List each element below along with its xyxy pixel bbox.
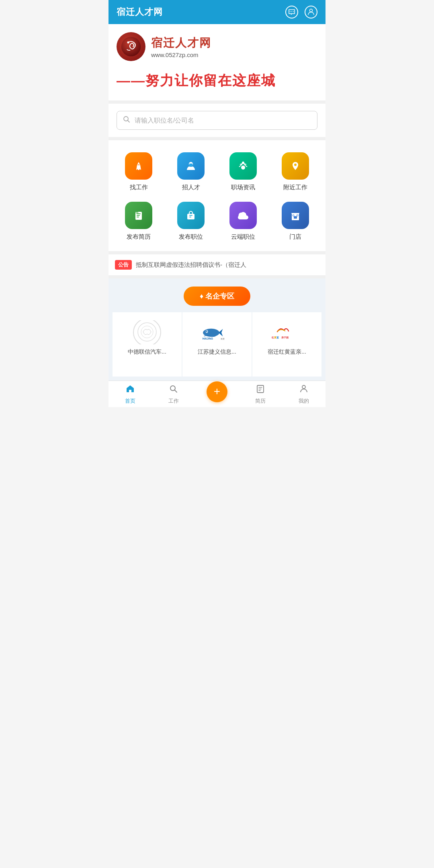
svg-rect-16 xyxy=(137,217,139,217)
svg-point-5 xyxy=(127,41,129,43)
nav-home-label: 首页 xyxy=(125,397,135,405)
post-resume-label: 发布简历 xyxy=(127,233,151,241)
svg-point-27 xyxy=(138,323,156,341)
svg-point-2 xyxy=(293,11,294,12)
svg-point-38 xyxy=(302,385,305,389)
slogan: ——努力让你留在这座城 xyxy=(117,68,317,96)
svg-point-36 xyxy=(170,386,175,391)
logo-name: 宿迁人才网 xyxy=(151,35,211,51)
svg-point-10 xyxy=(241,166,245,170)
search-area xyxy=(108,100,326,137)
svg-point-1 xyxy=(291,11,292,12)
svg-text:HAIJING: HAIJING xyxy=(203,337,213,340)
logo-row: 宿迁人才网 www.0527zp.com xyxy=(117,32,317,61)
find-job-button[interactable]: 找工作 xyxy=(113,148,165,198)
add-button[interactable]: + xyxy=(207,381,227,402)
resume-nav-icon xyxy=(256,384,265,396)
svg-point-12 xyxy=(294,164,297,166)
find-job-label: 找工作 xyxy=(130,184,148,191)
nearby-job-label: 附近工作 xyxy=(283,184,307,191)
logo-circle xyxy=(117,32,145,61)
famous-btn[interactable]: ♦ 名企专区 xyxy=(184,287,250,306)
nav-resume[interactable]: 简历 xyxy=(248,384,272,405)
search-nav-icon xyxy=(169,384,178,396)
cloud-job-button[interactable]: 云端职位 xyxy=(217,198,269,247)
post-resume-icon xyxy=(125,202,152,229)
home-icon xyxy=(125,384,135,396)
company-name-zhongde: 中德联信汽车... xyxy=(128,348,166,356)
company-card-zhongde[interactable]: 中德联信汽车... xyxy=(113,312,182,377)
search-input[interactable] xyxy=(135,117,311,124)
logo-text-block: 宿迁人才网 www.0527zp.com xyxy=(151,35,211,58)
store-label: 门店 xyxy=(289,233,301,241)
search-icon xyxy=(123,115,131,125)
svg-point-29 xyxy=(203,328,219,336)
svg-rect-22 xyxy=(189,217,191,217)
cloud-job-label: 云端职位 xyxy=(231,233,255,241)
svg-text:亲子园: 亲子园 xyxy=(281,336,289,338)
svg-text:海景: 海景 xyxy=(221,338,225,340)
career-news-icon xyxy=(229,152,257,180)
notice-tag: 公告 xyxy=(115,260,132,270)
nav-mine[interactable]: 我的 xyxy=(292,384,316,405)
message-icon[interactable] xyxy=(285,6,298,18)
recruit-icon xyxy=(177,152,205,180)
bottom-nav: 首页 工作 + 简历 我的 xyxy=(108,381,326,407)
company-logo-haijing: HAIJING 海景 xyxy=(201,320,233,344)
recruit-button[interactable]: 招人才 xyxy=(165,148,217,198)
nav-work-label: 工作 xyxy=(168,397,179,405)
company-card-ryb[interactable]: 红黄蓝 亲子园 宿迁红黄蓝亲... xyxy=(252,312,321,377)
notice-bar[interactable]: 公告 抵制互联网虚假违法招聘倡议书-（宿迁人 xyxy=(108,251,326,275)
nearby-job-icon xyxy=(282,152,309,180)
svg-rect-24 xyxy=(294,216,297,219)
notice-text: 抵制互联网虚假违法招聘倡议书-（宿迁人 xyxy=(136,261,246,269)
svg-point-19 xyxy=(137,212,137,213)
cloud-job-icon xyxy=(229,202,257,229)
post-resume-button[interactable]: 发布简历 xyxy=(113,198,165,247)
store-icon xyxy=(282,202,309,229)
nav-add[interactable]: + xyxy=(205,387,229,402)
company-name-ryb: 宿迁红黄蓝亲... xyxy=(268,348,306,356)
svg-point-4 xyxy=(121,37,141,57)
header-icons xyxy=(285,6,317,18)
logo-placeholder xyxy=(133,320,161,344)
nav-resume-label: 简历 xyxy=(255,397,266,405)
company-logo-zhongde xyxy=(131,320,163,344)
nearby-job-button[interactable]: 附近工作 xyxy=(269,148,321,198)
post-job-button[interactable]: 发布职位 xyxy=(165,198,217,247)
svg-point-3 xyxy=(310,9,313,12)
svg-point-25 xyxy=(293,215,294,216)
post-job-label: 发布职位 xyxy=(179,233,203,241)
nav-work[interactable]: 工作 xyxy=(162,384,186,405)
svg-rect-7 xyxy=(138,168,139,170)
icons-grid: 找工作 招人才 职场资讯 xyxy=(108,137,326,251)
company-name-haijing: 江苏捷义信息... xyxy=(198,348,236,356)
nav-home[interactable]: 首页 xyxy=(118,384,142,405)
banner-area: 宿迁人才网 www.0527zp.com ——努力让你留在这座城 xyxy=(108,24,326,100)
company-logo-ryb: 红黄蓝 亲子园 xyxy=(271,320,303,344)
search-bar[interactable] xyxy=(117,111,317,130)
recruit-label: 招人才 xyxy=(182,184,200,191)
svg-rect-21 xyxy=(189,215,192,216)
logo-url: www.0527zp.com xyxy=(151,51,211,58)
mine-nav-icon xyxy=(299,384,309,396)
company-card-haijing[interactable]: HAIJING 海景 江苏捷义信息... xyxy=(182,312,252,377)
svg-point-31 xyxy=(206,330,207,332)
app-title: 宿迁人才网 xyxy=(117,6,163,18)
svg-text:红黄蓝: 红黄蓝 xyxy=(271,336,279,338)
store-button[interactable]: 门店 xyxy=(269,198,321,247)
famous-section: ♦ 名企专区 中德联信汽车... xyxy=(108,275,326,381)
post-job-icon xyxy=(177,202,205,229)
career-news-button[interactable]: 职场资讯 xyxy=(217,148,269,198)
svg-rect-15 xyxy=(137,215,140,216)
nav-mine-label: 我的 xyxy=(299,397,309,405)
svg-point-0 xyxy=(290,11,291,12)
user-icon[interactable] xyxy=(305,6,317,18)
svg-point-26 xyxy=(297,215,298,216)
svg-point-6 xyxy=(124,117,128,121)
svg-point-11 xyxy=(242,162,244,164)
companies-grid: 中德联信汽车... HAIJING xyxy=(113,312,321,377)
app-header: 宿迁人才网 xyxy=(108,0,326,24)
career-news-label: 职场资讯 xyxy=(231,184,255,191)
find-job-icon xyxy=(125,152,152,180)
